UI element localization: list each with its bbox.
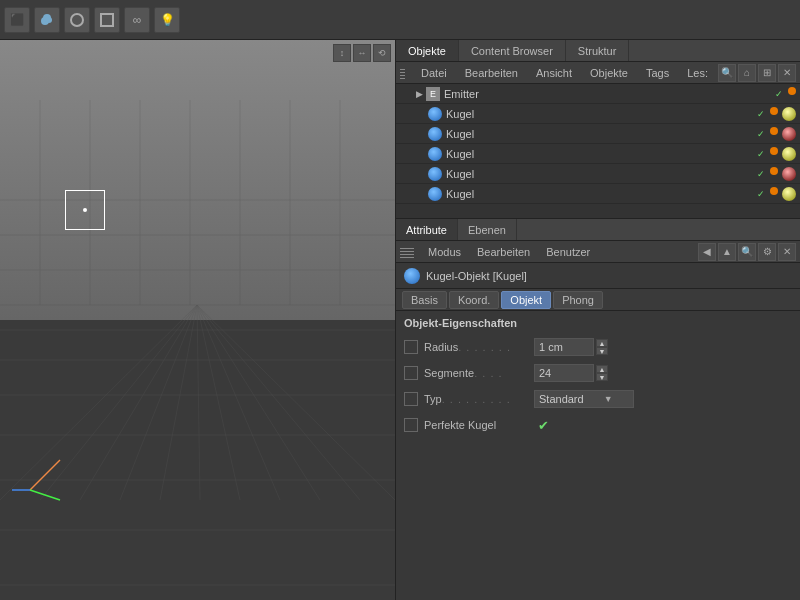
tool-object-icon[interactable]: ⬛ — [4, 7, 30, 33]
attr-stripe-icon — [400, 246, 414, 258]
select-arrow-typ: ▼ — [604, 394, 613, 404]
attr-properties: Radius . . . . . . . 1 cm ▲ ▼ Segmente .… — [396, 333, 800, 600]
viewport-nav: ↕ ↔ ⟲ — [333, 44, 391, 62]
attr-close-icon[interactable]: ✕ — [778, 243, 796, 261]
svg-point-3 — [71, 14, 83, 26]
svg-rect-4 — [101, 14, 113, 26]
attr-menu-bar: Modus Bearbeiten Benutzer ◀ ▲ 🔍 ⚙ ✕ — [396, 241, 800, 263]
menu-datei[interactable]: Datei — [413, 63, 455, 83]
tree-cb-4b[interactable]: ✓ — [754, 167, 768, 181]
prop-cb-segmente[interactable] — [404, 366, 418, 380]
main-layout: ↕ ↔ ⟲ Objekte Content Browser Struktur D… — [0, 40, 800, 600]
vp-btn-move[interactable]: ↔ — [353, 44, 371, 62]
tab-objekte[interactable]: Objekte — [396, 40, 459, 61]
tree-cb-5a[interactable] — [738, 187, 752, 201]
attr-search-icon[interactable]: 🔍 — [738, 243, 756, 261]
prop-input-segmente[interactable]: 24 — [534, 364, 594, 382]
menu-objekte[interactable]: Objekte — [582, 63, 636, 83]
prop-spin-radius: ▲ ▼ — [596, 339, 608, 355]
attr-panel: Attribute Ebenen Modus Bearbeiten Benutz… — [396, 219, 800, 600]
material-thumb-1 — [782, 107, 796, 121]
tree-item-kugel-4[interactable]: Kugel ✓ — [396, 164, 800, 184]
viewport[interactable]: ↕ ↔ ⟲ — [0, 40, 395, 600]
subtab-koord[interactable]: Koord. — [449, 291, 499, 309]
top-toolbar: ⬛ ∞ 💡 — [0, 0, 800, 40]
tool-cloud-icon[interactable] — [34, 7, 60, 33]
tree-kugel-label-3: Kugel — [446, 148, 738, 160]
menu-ansicht[interactable]: Ansicht — [528, 63, 580, 83]
menu-bar: Datei Bearbeiten Ansicht Objekte Tags Le… — [396, 62, 800, 84]
subtab-objekt[interactable]: Objekt — [501, 291, 551, 309]
vp-btn-arrows[interactable]: ↕ — [333, 44, 351, 62]
menu-les[interactable]: Les: — [679, 63, 716, 83]
tree-kugel-label-1: Kugel — [446, 108, 738, 120]
vp-btn-rotate[interactable]: ⟲ — [373, 44, 391, 62]
tree-item-kugel-5[interactable]: Kugel ✓ — [396, 184, 800, 204]
tree-kugel-label-5: Kugel — [446, 188, 738, 200]
tool-circle-icon[interactable] — [64, 7, 90, 33]
subtab-phong[interactable]: Phong — [553, 291, 603, 309]
subtab-basis[interactable]: Basis — [402, 291, 447, 309]
prop-select-typ[interactable]: Standard ▼ — [534, 390, 634, 408]
tree-checkboxes: ✓ — [756, 87, 796, 101]
tree-item-kugel-1[interactable]: Kugel ✓ — [396, 104, 800, 124]
tree-cb1[interactable] — [756, 87, 770, 101]
zoom-icon[interactable]: ⊞ — [758, 64, 776, 82]
home-icon[interactable]: ⌂ — [738, 64, 756, 82]
prop-cb-typ[interactable] — [404, 392, 418, 406]
prop-cb-radius[interactable] — [404, 340, 418, 354]
tree-kugel-label-4: Kugel — [446, 168, 738, 180]
attr-nav-left-icon[interactable]: ◀ — [698, 243, 716, 261]
tree-cb-3a[interactable] — [738, 147, 752, 161]
close-icon[interactable]: ✕ — [778, 64, 796, 82]
attr-menu-benutzer[interactable]: Benutzer — [538, 242, 598, 262]
attr-nav-up-icon[interactable]: ▲ — [718, 243, 736, 261]
tree-cb-1b[interactable]: ✓ — [754, 107, 768, 121]
tree-item-kugel-3[interactable]: Kugel ✓ — [396, 144, 800, 164]
prop-label-segmente: Segmente . . . . — [424, 367, 534, 379]
prop-row-typ: Typ . . . . . . . . . Standard ▼ — [404, 389, 792, 409]
tree-dot-1 — [770, 107, 778, 115]
tree-item-emitter[interactable]: ▶ E Emitter ✓ — [396, 84, 800, 104]
prop-row-radius: Radius . . . . . . . 1 cm ▲ ▼ — [404, 337, 792, 357]
tree-cb-2b[interactable]: ✓ — [754, 127, 768, 141]
tree-cb-5b[interactable]: ✓ — [754, 187, 768, 201]
tree-cb2[interactable]: ✓ — [772, 87, 786, 101]
tree-cb-row-3: ✓ — [738, 147, 796, 161]
tree-cb-4a[interactable] — [738, 167, 752, 181]
tree-cb-2a[interactable] — [738, 127, 752, 141]
sphere-icon-4 — [428, 167, 442, 181]
search-icon[interactable]: 🔍 — [718, 64, 736, 82]
tree-cb-1a[interactable] — [738, 107, 752, 121]
attr-menu-modus[interactable]: Modus — [420, 242, 469, 262]
object-tree[interactable]: ▶ E Emitter ✓ Kugel ✓ — [396, 84, 800, 219]
cube-object[interactable] — [65, 190, 105, 230]
tab-struktur[interactable]: Struktur — [566, 40, 630, 61]
spin-up-radius[interactable]: ▲ — [596, 339, 608, 347]
attr-menu-bearbeiten[interactable]: Bearbeiten — [469, 242, 538, 262]
tool-infinity-icon[interactable]: ∞ — [124, 7, 150, 33]
spin-up-segmente[interactable]: ▲ — [596, 365, 608, 373]
menu-bearbeiten[interactable]: Bearbeiten — [457, 63, 526, 83]
material-thumb-5 — [782, 187, 796, 201]
tool-square-icon[interactable] — [94, 7, 120, 33]
tool-light-icon[interactable]: 💡 — [154, 7, 180, 33]
tree-cb-3b[interactable]: ✓ — [754, 147, 768, 161]
sphere-icon-3 — [428, 147, 442, 161]
tree-item-kugel-2[interactable]: Kugel ✓ — [396, 124, 800, 144]
attr-settings-icon[interactable]: ⚙ — [758, 243, 776, 261]
attr-tab-ebenen[interactable]: Ebenen — [458, 219, 517, 240]
attr-tab-attribute[interactable]: Attribute — [396, 219, 458, 240]
spin-down-segmente[interactable]: ▼ — [596, 373, 608, 381]
sphere-icon-1 — [428, 107, 442, 121]
menu-tags[interactable]: Tags — [638, 63, 677, 83]
tree-cb-row-1: ✓ — [738, 107, 796, 121]
spin-down-radius[interactable]: ▼ — [596, 347, 608, 355]
prop-cb-perfekte[interactable] — [404, 418, 418, 432]
right-panel: Objekte Content Browser Struktur Datei B… — [395, 40, 800, 600]
material-thumb-4 — [782, 167, 796, 181]
cube-dot — [83, 208, 87, 212]
prop-input-radius[interactable]: 1 cm — [534, 338, 594, 356]
sphere-icon-5 — [428, 187, 442, 201]
tab-content-browser[interactable]: Content Browser — [459, 40, 566, 61]
